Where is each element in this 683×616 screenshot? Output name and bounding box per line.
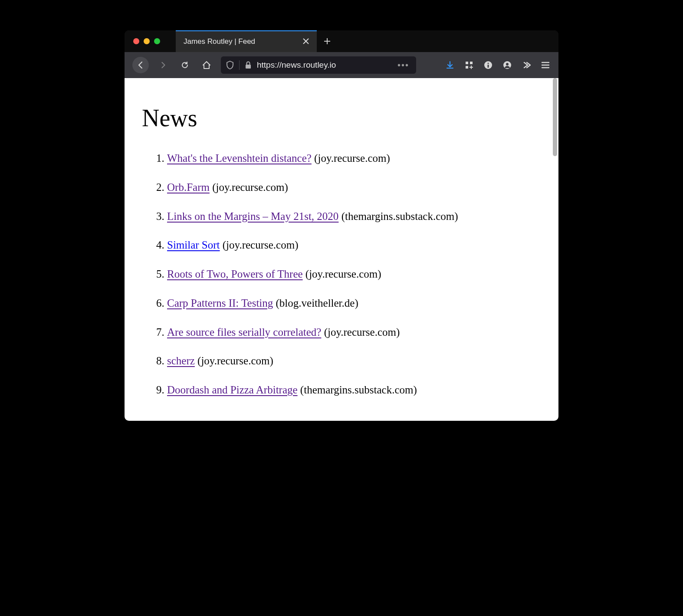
back-button[interactable] (132, 57, 149, 73)
news-link[interactable]: Links on the Margins – May 21st, 2020 (167, 210, 338, 222)
downloads-button[interactable] (445, 60, 455, 70)
news-domain: (joy.recurse.com) (312, 152, 390, 164)
svg-point-10 (506, 63, 509, 66)
info-button[interactable] (483, 60, 493, 70)
menu-button[interactable] (540, 60, 551, 70)
forward-button[interactable] (156, 58, 171, 72)
url-text: https://news.routley.io (257, 60, 392, 70)
close-tab-button[interactable] (303, 37, 309, 46)
browser-window: James Routley | Feed (125, 30, 558, 421)
scrollbar-thumb[interactable] (553, 78, 557, 156)
new-tab-button[interactable] (317, 30, 338, 52)
browser-tab[interactable]: James Routley | Feed (176, 30, 317, 52)
news-item: Similar Sort (joy.recurse.com) (167, 238, 541, 252)
page-title: News (142, 104, 541, 132)
address-bar[interactable]: https://news.routley.io ••• (221, 56, 416, 74)
news-link[interactable]: Orb.Farm (167, 181, 210, 193)
separator (239, 60, 240, 70)
news-domain: (joy.recurse.com) (210, 181, 288, 193)
news-link[interactable]: scherz (167, 355, 195, 367)
svg-rect-1 (466, 62, 468, 64)
page-content: News What's the Levenshtein distance? (j… (125, 78, 558, 421)
minimize-window-button[interactable] (144, 38, 150, 44)
news-item: Roots of Two, Powers of Three (joy.recur… (167, 267, 541, 282)
tab-title: James Routley | Feed (184, 37, 255, 46)
toolbar-actions (445, 60, 551, 70)
news-list: What's the Levenshtein distance? (joy.re… (142, 151, 541, 397)
news-item: Doordash and Pizza Arbitrage (themargins… (167, 383, 541, 397)
library-button[interactable] (464, 60, 474, 70)
svg-rect-0 (246, 65, 251, 69)
news-item: scherz (joy.recurse.com) (167, 354, 541, 368)
news-item: What's the Levenshtein distance? (joy.re… (167, 151, 541, 166)
news-domain: (joy.recurse.com) (220, 239, 299, 251)
tab-bar: James Routley | Feed (125, 30, 558, 52)
news-domain: (themargins.substack.com) (298, 384, 417, 396)
news-link[interactable]: Carp Patterns II: Testing (167, 297, 273, 309)
maximize-window-button[interactable] (154, 38, 160, 44)
overflow-button[interactable] (521, 60, 532, 70)
scrollbar[interactable] (552, 78, 557, 421)
window-controls (125, 30, 169, 52)
svg-rect-8 (488, 65, 489, 68)
shield-icon[interactable] (226, 61, 234, 69)
news-domain: (blog.veitheller.de) (273, 297, 358, 309)
svg-point-7 (488, 63, 489, 64)
lock-icon[interactable] (245, 61, 252, 69)
svg-rect-3 (466, 66, 468, 69)
news-domain: (joy.recurse.com) (303, 268, 381, 280)
page-actions-button[interactable]: ••• (397, 60, 411, 70)
news-link[interactable]: Are source files serially correlated? (167, 326, 321, 338)
news-domain: (themargins.substack.com) (338, 210, 458, 222)
news-link[interactable]: Roots of Two, Powers of Three (167, 268, 303, 280)
svg-rect-5 (470, 67, 473, 68)
news-domain: (joy.recurse.com) (195, 355, 273, 367)
news-item: Orb.Farm (joy.recurse.com) (167, 180, 541, 195)
news-link[interactable]: Similar Sort (167, 239, 220, 251)
news-link[interactable]: Doordash and Pizza Arbitrage (167, 384, 298, 396)
viewport: News What's the Levenshtein distance? (j… (125, 78, 558, 421)
news-domain: (joy.recurse.com) (321, 326, 400, 338)
news-item: Carp Patterns II: Testing (blog.veithell… (167, 296, 541, 311)
account-button[interactable] (502, 60, 512, 70)
reload-button[interactable] (177, 58, 192, 72)
news-link[interactable]: What's the Levenshtein distance? (167, 152, 312, 164)
close-window-button[interactable] (133, 38, 139, 44)
news-item: Links on the Margins – May 21st, 2020 (t… (167, 209, 541, 224)
browser-toolbar: https://news.routley.io ••• (125, 52, 558, 78)
home-button[interactable] (199, 58, 214, 72)
svg-rect-2 (470, 62, 473, 64)
news-item: Are source files serially correlated? (j… (167, 325, 541, 340)
